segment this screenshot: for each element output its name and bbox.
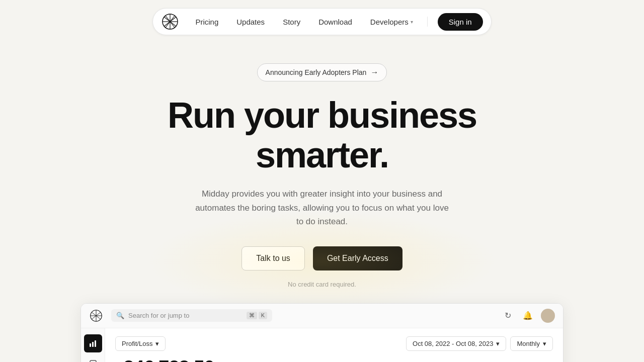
sidebar-chart-icon[interactable] xyxy=(84,334,102,352)
metric-number: 346,723.50 xyxy=(123,357,214,362)
nav-container: Pricing Updates Story Download Developer… xyxy=(152,8,491,35)
chevron-down-icon: ▾ xyxy=(411,19,413,25)
svg-rect-12 xyxy=(90,343,91,347)
sign-in-button[interactable]: Sign in xyxy=(438,13,483,31)
metric-value: € 346,723.50 xyxy=(115,357,553,362)
app-search-bar[interactable]: 🔍 Search for or jump to ⌘ K xyxy=(111,309,272,322)
period-selector[interactable]: Monthly ▾ xyxy=(510,336,553,351)
nav-pricing[interactable]: Pricing xyxy=(187,14,226,30)
date-range-picker[interactable]: Oct 08, 2022 - Oct 08, 2023 ▾ xyxy=(406,336,506,351)
svg-rect-14 xyxy=(95,340,96,347)
no-credit-card-text: No credit card required. xyxy=(288,281,356,288)
k-key: K xyxy=(259,312,267,319)
talk-to-us-button[interactable]: Talk to us xyxy=(242,246,305,270)
period-chevron-icon: ▾ xyxy=(543,340,546,347)
nav-download[interactable]: Download xyxy=(310,14,360,30)
nav-updates[interactable]: Updates xyxy=(228,14,273,30)
app-main: Profit/Loss ▾ Oct 08, 2022 - Oct 08, 202… xyxy=(105,328,563,362)
hero-title: Run your business smarter. xyxy=(121,96,523,175)
app-preview: 🔍 Search for or jump to ⌘ K ↻ 🔔 xyxy=(80,303,564,362)
logo[interactable] xyxy=(161,13,179,31)
nav-story[interactable]: Story xyxy=(275,14,308,30)
cmd-key: ⌘ xyxy=(247,312,257,319)
app-logo xyxy=(89,309,103,323)
svg-rect-13 xyxy=(92,342,94,347)
profit-loss-filter[interactable]: Profit/Loss ▾ xyxy=(115,336,166,351)
filter-chevron-icon: ▾ xyxy=(155,340,159,347)
get-early-access-button[interactable]: Get Early Access xyxy=(313,246,403,270)
search-shortcut: ⌘ K xyxy=(247,312,267,319)
announce-badge[interactable]: Announcing Early Adopters Plan → xyxy=(257,63,387,81)
nav-links: Pricing Updates Story Download Developer… xyxy=(187,14,421,30)
app-header: 🔍 Search for or jump to ⌘ K ↻ 🔔 xyxy=(81,304,563,328)
search-placeholder: Search for or jump to xyxy=(128,312,189,319)
arrow-icon: → xyxy=(370,68,378,77)
hero-section: Announcing Early Adopters Plan → Run you… xyxy=(0,43,644,362)
app-toolbar: Profit/Loss ▾ Oct 08, 2022 - Oct 08, 202… xyxy=(115,336,553,351)
nav-divider xyxy=(427,17,428,27)
app-header-right: ↻ 🔔 xyxy=(501,309,555,323)
nav-developers[interactable]: Developers ▾ xyxy=(362,14,421,30)
cta-buttons: Talk to us Get Early Access xyxy=(242,246,402,270)
app-sidebar xyxy=(81,328,105,362)
avatar[interactable] xyxy=(541,309,555,323)
toolbar-right: Oct 08, 2022 - Oct 08, 2023 ▾ Monthly ▾ xyxy=(406,336,553,351)
hero-subtitle: Midday provides you with greater insight… xyxy=(191,187,453,228)
navbar: Pricing Updates Story Download Developer… xyxy=(0,0,644,43)
badge-text: Announcing Early Adopters Plan xyxy=(266,68,367,76)
search-icon: 🔍 xyxy=(116,312,124,319)
notification-icon[interactable]: 🔔 xyxy=(521,309,535,323)
date-chevron-icon: ▾ xyxy=(496,340,500,347)
sidebar-list-icon[interactable] xyxy=(84,354,102,362)
app-body: Profit/Loss ▾ Oct 08, 2022 - Oct 08, 202… xyxy=(81,328,563,362)
refresh-icon[interactable]: ↻ xyxy=(501,309,515,323)
